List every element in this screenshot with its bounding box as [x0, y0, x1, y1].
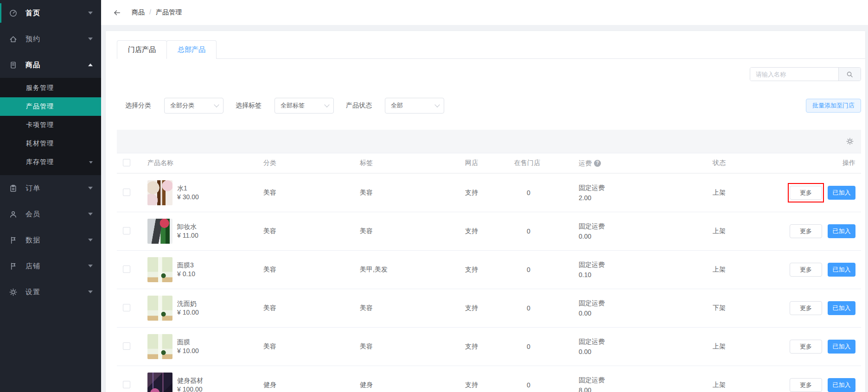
sidebar-subitem-label: 卡项管理	[26, 121, 93, 129]
sidebar-item-shop[interactable]: 店铺	[0, 253, 101, 279]
breadcrumb: 商品/产品管理	[132, 8, 182, 17]
freight-type: 固定运费	[579, 298, 713, 308]
sidebar-item-members[interactable]: 会员	[0, 201, 101, 227]
cell-tag: 美容	[360, 304, 465, 312]
flag-icon	[9, 236, 17, 244]
added-button[interactable]: 已加入	[828, 263, 855, 277]
search-button[interactable]	[838, 68, 861, 81]
more-button[interactable]: 更多	[790, 263, 822, 277]
product-price: ¥ 10.00	[177, 347, 199, 355]
main-area: 商品/产品管理 门店产品总部产品 选择分类全部分类选择标签全部标签产品状态全部批…	[101, 0, 868, 392]
table-header: 产品名称分类标签网店在售门店运费?状态操作	[117, 153, 861, 174]
filter-label-status: 产品状态	[346, 101, 372, 110]
filter-label-tag: 选择标签	[236, 101, 262, 110]
product-price: ¥ 10.00	[177, 308, 199, 317]
table-row: 面膜¥ 10.00美容美容支持0固定运费0.00上架更多已加入	[117, 328, 861, 366]
product-image	[147, 373, 172, 392]
row-checkbox[interactable]	[123, 266, 130, 273]
row-checkbox[interactable]	[123, 304, 130, 311]
row-checkbox-cell	[117, 304, 147, 313]
more-button-wrap: 更多	[790, 224, 822, 238]
sidebar-item-label: 预约	[26, 35, 88, 44]
filter-select-tag[interactable]: 全部标签	[274, 98, 334, 114]
sidebar-item-home[interactable]: 首页	[0, 0, 101, 26]
sidebar-subitem-service-mgmt[interactable]: 服务管理	[0, 79, 101, 97]
cell-online-store: 支持	[465, 189, 514, 197]
sidebar-subitem-consumable-mgmt[interactable]: 耗材管理	[0, 134, 101, 153]
sidebar: 首页预约商品服务管理产品管理卡项管理耗材管理库存管理订单会员数据店铺设置	[0, 0, 101, 392]
chevron-down-icon	[88, 12, 93, 14]
table-body: 水1¥ 30.00美容美容支持0固定运费2.00上架更多已加入卸妆水¥ 11.0…	[117, 174, 861, 392]
row-checkbox[interactable]	[123, 342, 130, 350]
sidebar-item-goods[interactable]: 商品	[0, 52, 101, 78]
sidebar-item-booking[interactable]: 预约	[0, 26, 101, 52]
select-all-checkbox[interactable]	[123, 159, 130, 166]
product-image	[147, 334, 172, 359]
added-button[interactable]: 已加入	[828, 340, 855, 354]
product-image	[147, 257, 172, 282]
product-name: 洗面奶	[177, 299, 199, 308]
house-icon	[9, 35, 17, 43]
filter-select-category[interactable]: 全部分类	[164, 98, 223, 114]
added-button[interactable]: 已加入	[828, 186, 855, 200]
cell-tag: 美甲,美发	[360, 266, 465, 274]
sidebar-subitem-card-mgmt[interactable]: 卡项管理	[0, 116, 101, 134]
batch-add-button[interactable]: 批量添加至门店	[806, 99, 861, 113]
back-button[interactable]	[110, 6, 123, 19]
product-image	[147, 296, 172, 321]
breadcrumb-separator: /	[149, 8, 151, 16]
cell-freight: 固定运费8.00	[579, 375, 713, 392]
more-button[interactable]: 更多	[790, 301, 822, 315]
sidebar-item-label: 首页	[26, 9, 88, 18]
product-info: 面膜3¥ 0.10	[177, 261, 195, 278]
cell-category: 美容	[263, 227, 360, 235]
product-info: 面膜¥ 10.00	[177, 338, 199, 355]
search-input[interactable]	[750, 68, 838, 81]
column-settings-gear-icon[interactable]	[846, 138, 854, 145]
added-button[interactable]: 已加入	[828, 378, 855, 392]
filter-select-status[interactable]: 全部	[385, 98, 444, 114]
cell-action: 更多已加入	[790, 263, 861, 277]
freight-type: 固定运费	[579, 259, 713, 270]
freight-help-icon[interactable]: ?	[594, 160, 601, 167]
sidebar-subitem-label: 服务管理	[26, 84, 93, 92]
cell-stores-count: 0	[514, 343, 579, 350]
dashboard-icon	[9, 9, 17, 17]
more-button[interactable]: 更多	[790, 340, 822, 354]
breadcrumb-item-goods[interactable]: 商品	[132, 8, 145, 16]
cell-online-store: 支持	[465, 342, 514, 351]
added-button[interactable]: 已加入	[828, 224, 855, 238]
cell-status: 上架	[713, 381, 790, 389]
more-button-wrap: 更多	[790, 186, 822, 200]
cell-tag: 美容	[360, 189, 465, 197]
row-checkbox[interactable]	[123, 189, 130, 196]
freight-value: 0.00	[579, 347, 713, 357]
more-button[interactable]: 更多	[790, 186, 822, 200]
sidebar-item-data[interactable]: 数据	[0, 227, 101, 253]
freight-value: 8.00	[579, 385, 713, 392]
sidebar-item-settings[interactable]: 设置	[0, 279, 101, 305]
tab-bar: 门店产品总部产品	[117, 40, 865, 59]
sidebar-subitem-product-mgmt[interactable]: 产品管理	[0, 97, 101, 116]
chevron-down-icon	[324, 102, 329, 107]
chevron-down-icon	[88, 239, 93, 241]
added-button[interactable]: 已加入	[828, 301, 855, 315]
sidebar-subitem-inventory-mgmt[interactable]: 库存管理	[0, 153, 101, 171]
row-checkbox-cell	[117, 342, 147, 351]
cell-online-store: 支持	[465, 381, 514, 389]
chevron-up-icon	[88, 63, 93, 66]
row-checkbox[interactable]	[123, 381, 130, 388]
cell-tag: 美容	[360, 342, 465, 351]
chevron-down-icon	[434, 102, 440, 107]
sidebar-item-orders[interactable]: 订单	[0, 175, 101, 201]
breadcrumb-bar: 商品/产品管理	[101, 0, 868, 25]
tab-store-products[interactable]: 门店产品	[117, 40, 167, 59]
more-button[interactable]: 更多	[790, 378, 822, 392]
app-root: 首页预约商品服务管理产品管理卡项管理耗材管理库存管理订单会员数据店铺设置 商品/…	[0, 0, 868, 392]
cell-category: 美容	[263, 189, 360, 197]
row-checkbox[interactable]	[123, 227, 130, 234]
tab-hq-products[interactable]: 总部产品	[166, 40, 217, 59]
cell-status: 上架	[713, 266, 790, 274]
filter-row: 选择分类全部分类选择标签全部标签产品状态全部批量添加至门店	[125, 98, 861, 114]
more-button[interactable]: 更多	[790, 224, 822, 238]
